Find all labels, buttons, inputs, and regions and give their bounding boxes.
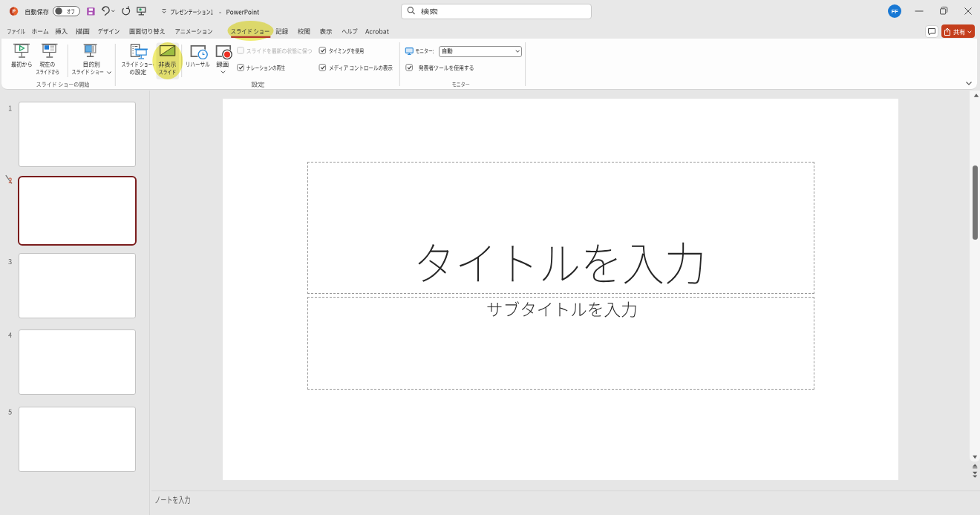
svg-text:FF: FF bbox=[891, 8, 898, 15]
